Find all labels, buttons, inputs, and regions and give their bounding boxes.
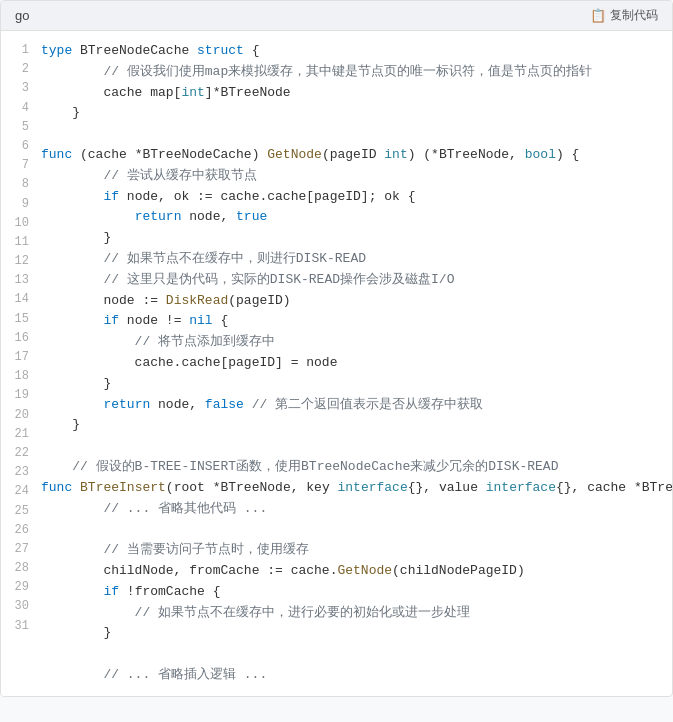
code-line — [41, 519, 672, 540]
code-line: // 将节点添加到缓存中 — [41, 332, 672, 353]
code-line: if node != nil { — [41, 311, 672, 332]
code-line: // 假设我们使用map来模拟缓存，其中键是节点页的唯一标识符，值是节点页的指针 — [41, 62, 672, 83]
code-line: // 假设的B-TREE-INSERT函数，使用BTreeNodeCache来减… — [41, 457, 672, 478]
code-line: if !fromCache { — [41, 582, 672, 603]
code-line: // 如果节点不在缓存中，则进行DISK-READ — [41, 249, 672, 270]
code-line: } — [41, 374, 672, 395]
code-line: } — [41, 415, 672, 436]
copy-label: 复制代码 — [610, 7, 658, 24]
code-line: func (cache *BTreeNodeCache) GetNode(pag… — [41, 145, 672, 166]
code-line: } — [41, 103, 672, 124]
code-line: } — [41, 228, 672, 249]
code-line: return node, true — [41, 207, 672, 228]
code-line: // 这里只是伪代码，实际的DISK-READ操作会涉及磁盘I/O — [41, 270, 672, 291]
code-body: 1234567891011121314151617181920212223242… — [1, 31, 672, 696]
line-numbers: 1234567891011121314151617181920212223242… — [1, 31, 37, 696]
code-line: // ... 省略其他代码 ... — [41, 499, 672, 520]
code-line — [41, 644, 672, 665]
code-line: // 尝试从缓存中获取节点 — [41, 166, 672, 187]
code-lang: go — [15, 8, 29, 23]
code-line — [41, 124, 672, 145]
code-line: cache.cache[pageID] = node — [41, 353, 672, 374]
copy-icon: 📋 — [590, 8, 606, 23]
code-line: cache map[int]*BTreeNode — [41, 83, 672, 104]
code-line: if node, ok := cache.cache[pageID]; ok { — [41, 187, 672, 208]
code-block: go 📋 复制代码 123456789101112131415161718192… — [0, 0, 673, 697]
code-line: // ... 省略插入逻辑 ... — [41, 665, 672, 686]
code-line: func BTreeInsert(root *BTreeNode, key in… — [41, 478, 672, 499]
code-line: return node, false // 第二个返回值表示是否从缓存中获取 — [41, 395, 672, 416]
code-line: node := DiskRead(pageID) — [41, 291, 672, 312]
code-line: // 当需要访问子节点时，使用缓存 — [41, 540, 672, 561]
code-line: // 如果节点不在缓存中，进行必要的初始化或进一步处理 — [41, 603, 672, 624]
code-content: type BTreeNodeCache struct { // 假设我们使用ma… — [37, 31, 672, 696]
code-line: type BTreeNodeCache struct { — [41, 41, 672, 62]
code-header: go 📋 复制代码 — [1, 1, 672, 31]
code-line: } — [41, 623, 672, 644]
copy-button[interactable]: 📋 复制代码 — [590, 7, 658, 24]
code-line: childNode, fromCache := cache.GetNode(ch… — [41, 561, 672, 582]
code-line — [41, 436, 672, 457]
